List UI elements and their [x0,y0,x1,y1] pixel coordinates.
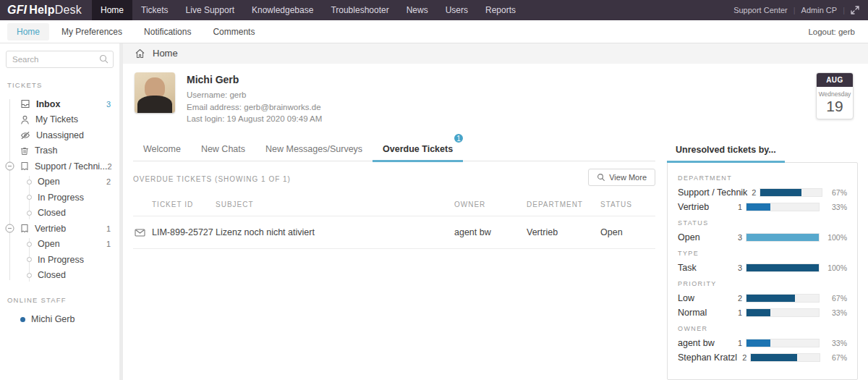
sidebar-item-vertrieb-open[interactable]: Open 1 [0,237,119,253]
sidebar-item-dept-support[interactable]: Support / Techni... 2 [0,159,119,174]
magnifier-icon [597,173,605,182]
subnav-item-my-preferences[interactable]: My Preferences [52,23,132,41]
expand-icon[interactable] [845,6,868,14]
bar-track [746,308,820,317]
bar-row-support-technik[interactable]: Support / Technik 2 67% [678,187,847,198]
bar-row-normal[interactable]: Normal 1 33% [678,307,847,318]
subnav-item-notifications[interactable]: Notifications [135,23,200,41]
tab-overdue-tickets[interactable]: Overdue Tickets 1 [373,138,463,162]
unresolved-panel: Unresolved tickets by... DEPARTMENT Supp… [667,138,858,380]
ticket-icon [20,161,29,171]
tab-new-chats[interactable]: New Chats [191,138,255,161]
tickets-section-label: TICKETS [7,81,112,89]
vertrieb-subgroup: Open 1 In Progress Closed [0,237,119,284]
sidebar-item-trash[interactable]: Trash [0,143,119,159]
col-subject: SUBJECT [216,200,454,208]
bar-row-task[interactable]: Task 3 100% [678,262,847,273]
table-header-row: TICKET ID SUBJECT OWNER DEPARTMENT STATU… [133,196,655,216]
home-icon[interactable] [135,48,145,59]
tab-welcome[interactable]: Welcome [133,138,191,161]
admin-cp-link[interactable]: Admin CP [796,6,843,14]
col-owner: OWNER [454,200,527,208]
collapse-icon[interactable] [5,224,14,233]
sidebar-item-support-in-progress[interactable]: In Progress [0,190,119,206]
calendar-weekday: Wednesday [817,87,853,98]
ticket-status: Open [600,227,655,237]
logout-link[interactable]: Logout: gerb [808,28,861,36]
search-input[interactable] [6,51,114,68]
bar-row-stephan-kratzl[interactable]: Stephan Kratzl 2 67% [678,352,847,363]
logo-gfi: GFI [7,4,27,17]
sidebar-item-vertrieb-closed[interactable]: Closed [0,268,119,284]
bar-track [760,188,822,197]
tab-unresolved-tickets-by[interactable]: Unresolved tickets by... [667,139,785,163]
eye-off-icon [20,131,30,140]
bar-fill [751,354,797,361]
tickets-tree: Inbox 3 My Tickets Unassigned Trash Supp… [0,96,119,283]
ticket-department: Vertrieb [527,227,600,237]
overdue-heading: OVERDUE TICKETS (SHOWING 1 OF 1) [133,175,291,186]
sidebar-item-my-tickets[interactable]: My Tickets [0,112,119,128]
topnav-item-users[interactable]: Users [437,0,477,20]
view-more-button[interactable]: View More [588,169,655,186]
col-ticket-id: TICKET ID [152,200,216,208]
profile-name: Michi Gerb [187,74,322,85]
sidebar-item-vertrieb-in-progress[interactable]: In Progress [0,252,119,268]
collapse-icon[interactable] [5,161,14,171]
subnav-item-comments[interactable]: Comments [203,23,264,41]
sidebar-item-support-closed[interactable]: Closed [0,206,119,221]
dept-count: 2 [108,162,112,171]
calendar-day: 19 [817,98,853,119]
bar-row-agent-bw[interactable]: agent bw 1 33% [678,337,847,348]
subnav-item-home[interactable]: Home [7,23,49,41]
status-circle-icon [27,273,32,278]
sidebar-item-dept-vertrieb[interactable]: Vertrieb 1 [0,221,119,237]
ticket-owner: agent bw [454,227,527,237]
topnav-item-tickets[interactable]: Tickets [132,0,177,20]
breadcrumb-home[interactable]: Home [153,48,178,59]
bar-row-low[interactable]: Low 2 67% [678,292,847,303]
sidebar-item-unassigned[interactable]: Unassigned [0,127,119,143]
ticket-subject[interactable]: Lizenz noch nicht ativiert [216,227,454,237]
topnav-item-troubleshooter[interactable]: Troubleshooter [322,0,397,20]
support-subgroup: Open 2 In Progress Closed [0,174,119,221]
section-priority: PRIORITY [678,280,847,287]
search-icon [99,54,109,64]
topnav-item-home[interactable]: Home [92,0,132,20]
staff-item-michi-gerb[interactable]: Michi Gerb [0,311,119,327]
section-department: DEPARTMENT [678,174,847,182]
topnav-item-knowledgebase[interactable]: Knowledgebase [243,0,322,20]
status-circle-icon [27,211,32,216]
top-navbar: GFIHelpDesk Home Tickets Live Support Kn… [0,0,868,20]
bar-row-open[interactable]: Open 3 100% [678,232,847,242]
support-center-link[interactable]: Support Center [728,6,793,14]
unresolved-card: DEPARTMENT Support / Technik 2 67% Vertr… [667,162,858,380]
bar-fill [746,203,770,211]
ticket-icon [20,224,29,233]
bar-fill [746,339,770,347]
online-staff-label: ONLINE STAFF [7,296,112,304]
ticket-id[interactable]: LIM-899-25727 [152,227,216,237]
profile-username: Username: gerb [187,89,322,101]
topnav-item-reports[interactable]: Reports [477,0,524,20]
bar-fill [746,309,770,316]
breadcrumb: Home [123,43,868,64]
dashboard-tabs: Welcome New Chats New Messages/Surveys O… [133,138,655,161]
sidebar-item-inbox[interactable]: Inbox 3 [0,96,119,112]
section-status: STATUS [678,219,847,227]
sidebar-item-support-open[interactable]: Open 2 [0,174,119,190]
logo-help: Help [29,4,54,17]
topnav-item-news[interactable]: News [398,0,437,20]
profile-info: Michi Gerb Username: gerb Email address:… [187,72,322,125]
tab-new-messages-surveys[interactable]: New Messages/Surveys [255,138,373,161]
bar-track [746,294,820,303]
status-circle-icon [27,195,32,200]
bar-track [746,203,820,211]
bar-row-vertrieb[interactable]: Vertrieb 1 33% [678,201,847,212]
bar-fill [760,189,801,196]
app-logo[interactable]: GFIHelpDesk [0,0,92,20]
topnav-item-live-support[interactable]: Live Support [177,0,243,20]
table-row[interactable]: LIM-899-25727 Lizenz noch nicht ativiert… [133,216,655,249]
section-type: TYPE [678,250,847,257]
bar-fill [746,234,819,241]
